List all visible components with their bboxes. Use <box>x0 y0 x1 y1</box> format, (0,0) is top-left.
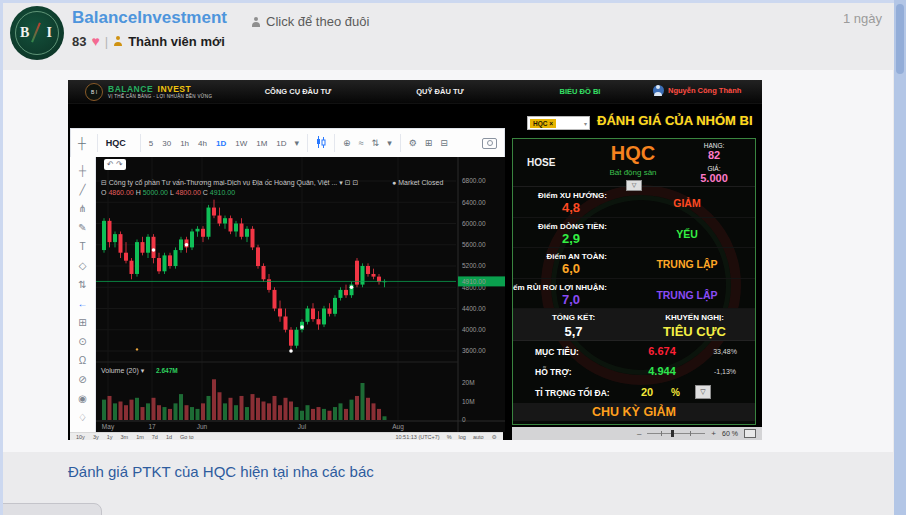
range-button[interactable]: 10y <box>76 434 85 440</box>
recommendation-label: KHUYẾN NGHỊ: <box>634 313 755 322</box>
timeframe-button[interactable]: 1W <box>231 138 251 149</box>
post-image[interactable]: B I BALANCE INVEST VỊ THẾ CÂN BẰNG - LỢI… <box>68 80 762 440</box>
range-button[interactable]: 7d <box>152 434 158 440</box>
range-button[interactable]: 3m <box>121 434 129 440</box>
svg-text:4000.00: 4000.00 <box>462 326 486 333</box>
brand-tagline: VỊ THẾ CÂN BẰNG - LỢI NHUẬN BỀN VỮNG <box>108 93 212 101</box>
undo-icon[interactable]: ↶ <box>107 160 114 169</box>
scrollbar-track[interactable] <box>894 0 906 515</box>
nav-item-fund[interactable]: QUỸ ĐẦU TƯ <box>385 87 495 96</box>
bottom-bar-item[interactable]: log <box>459 434 466 440</box>
bottom-gear-icon[interactable]: ⚙ <box>492 433 497 440</box>
icons-tool[interactable]: ⊞ <box>70 313 95 332</box>
collapsed-ui-box[interactable] <box>0 503 102 515</box>
remove-tool[interactable]: ♢ <box>70 408 95 427</box>
filter-icon[interactable]: ▽ <box>626 180 642 191</box>
scales-icon[interactable]: ⊟ <box>436 138 452 148</box>
symbol-select[interactable]: HQC × ▾ <box>527 116 590 130</box>
pattern-tool[interactable]: ◇ <box>70 256 95 275</box>
zoom-in-button[interactable]: + <box>711 429 716 438</box>
zoom-out-button[interactable]: – <box>637 429 641 438</box>
nav-item-tools[interactable]: CÔNG CỤ ĐẦU TƯ <box>243 87 353 96</box>
zoom-slider-thumb[interactable] <box>671 430 674 437</box>
arrow-left-tool[interactable]: ← <box>70 294 95 313</box>
chart-canvas[interactable]: ↶ ↷ 6800.006400.006000.005600.005200.004… <box>96 157 505 432</box>
metrics: Điểm XU HƯỚNG:4,8GIẢMĐiểm DÒNG TIỀN:2,9Y… <box>513 187 755 309</box>
nav-item-chart[interactable]: BIỂU ĐỒ BI <box>525 87 635 96</box>
symbol-search[interactable]: HQC <box>102 138 136 148</box>
eye-tool[interactable]: ◉ <box>70 389 95 408</box>
rank-value: 82 <box>681 150 747 161</box>
svg-text:20M: 20M <box>462 379 475 386</box>
metric-status: GIẢM <box>631 197 743 209</box>
avatar-letter-b: B <box>20 25 29 41</box>
range-button[interactable]: 1m <box>136 434 144 440</box>
metric-row: Điểm DÒNG TIỀN:2,9YẾU <box>513 218 755 249</box>
detail-value: 6.674 <box>631 345 693 357</box>
weight-filter-icon[interactable]: ▽ <box>695 385 711 399</box>
bottom-bar-item[interactable]: auto <box>473 434 484 440</box>
crosshair-tool[interactable]: ┼ <box>70 161 95 180</box>
detail-label: MỤC TIÊU: <box>535 347 579 357</box>
zoom-tool[interactable]: ⊙ <box>70 332 95 351</box>
forecast-tool[interactable]: ⇅ <box>70 275 95 294</box>
settings-gear-icon[interactable]: ⚙ <box>405 138 421 148</box>
window-edge-top <box>0 0 906 3</box>
evaluation-card: HOSE HQC Bất động sản HẠNG: 82 GIÁ: 5.00… <box>512 138 756 425</box>
timeframe-button[interactable]: 1M <box>252 138 271 149</box>
svg-text:4910.00: 4910.00 <box>462 278 486 285</box>
scrollbar-thumb[interactable] <box>896 4 904 74</box>
trendline-tool[interactable]: ╱ <box>70 180 95 199</box>
timeframe-button[interactable]: 1D <box>212 138 230 149</box>
user-menu[interactable]: Nguyễn Công Thành <box>653 85 741 96</box>
timeframe-caret-icon[interactable]: ▾ <box>291 138 304 148</box>
heart-icon[interactable]: ♥ <box>91 33 99 49</box>
timeframe-button[interactable]: 30 <box>158 138 175 149</box>
timeframe-buttons: 5301h4h1D1W1M1D <box>145 138 291 149</box>
lock-tool[interactable]: ⊘ <box>70 370 95 389</box>
layout-icon[interactable]: ⊞ <box>421 138 437 148</box>
summary-value: 5,7 <box>513 324 634 339</box>
metric-value: 7,0 <box>541 292 601 307</box>
summary-row: TỔNG KẾT: 5,7 KHUYẾN NGHỊ: TIÊU CỰC <box>513 309 755 341</box>
timeframe-button[interactable]: 1h <box>176 138 193 149</box>
range-button[interactable]: 3y <box>93 434 99 440</box>
recommendation-value: TIÊU CỰC <box>634 324 755 339</box>
range-button[interactable]: 1y <box>107 434 113 440</box>
timeframe-button[interactable]: 1D <box>272 138 290 149</box>
bottom-bar-item[interactable]: % <box>447 434 452 440</box>
camera-snapshot-icon[interactable] <box>482 138 497 149</box>
maximize-icon[interactable] <box>744 429 756 438</box>
select-caret-icon: ▾ <box>584 120 587 127</box>
platform-logo-icon[interactable]: B I <box>85 83 103 101</box>
metric-label: Điểm AN TOÀN: <box>547 252 607 261</box>
text-tool[interactable]: T <box>70 237 95 256</box>
compare-icon[interactable]: ⊕ <box>339 138 355 148</box>
candlestick-style-icon[interactable] <box>312 136 330 150</box>
timeframe-button[interactable]: 5 <box>145 138 157 149</box>
svg-text:Volume (20) ▾: Volume (20) ▾ <box>101 367 145 375</box>
redo-icon[interactable]: ↷ <box>116 160 123 169</box>
metric-row: Điểm XU HƯỚNG:4,8GIẢM <box>513 187 755 218</box>
brush-tool[interactable]: ✎ <box>70 218 95 237</box>
alerts-icon[interactable]: ⇅ <box>368 138 384 148</box>
crosshair-icon[interactable]: ┼ <box>71 137 93 149</box>
magnet-tool[interactable]: Ω <box>70 351 95 370</box>
avatar[interactable]: B I <box>10 6 64 60</box>
summary-recommendation: KHUYẾN NGHỊ: TIÊU CỰC <box>634 309 755 339</box>
zoom-slider[interactable] <box>647 433 705 434</box>
fib-tool[interactable]: ⋔ <box>70 199 95 218</box>
alerts-caret-icon[interactable]: ▾ <box>383 138 396 148</box>
range-button[interactable]: 1d <box>166 434 172 440</box>
bottom-bar-item[interactable]: 10:51:13 (UTC+7) <box>395 434 439 440</box>
platform-brand[interactable]: BALANCE INVEST VỊ THẾ CÂN BẰNG - LỢI NHU… <box>108 83 212 101</box>
follow-label: Click để theo đuôi <box>266 14 369 29</box>
author-name[interactable]: BalanceInvestment <box>72 8 227 28</box>
indicators-icon[interactable]: ≈ <box>355 138 368 148</box>
range-button[interactable]: Go to <box>180 434 193 440</box>
follow-button[interactable]: Click để theo đuôi <box>251 14 369 29</box>
undo-redo[interactable]: ↶ ↷ <box>104 159 126 170</box>
timeframe-button[interactable]: 4h <box>194 138 211 149</box>
symbol-tag[interactable]: HQC × <box>530 119 556 128</box>
svg-text:3600.00: 3600.00 <box>462 347 486 354</box>
